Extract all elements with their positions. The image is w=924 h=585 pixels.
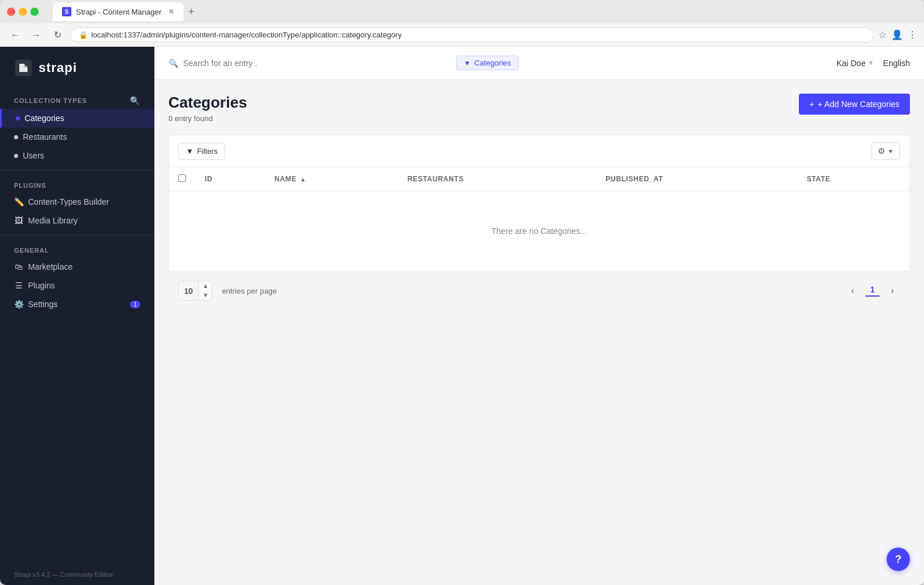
reload-btn[interactable]: ↻ <box>49 27 65 43</box>
filter-btn-icon: ▼ <box>186 147 194 156</box>
restaurants-dot <box>14 135 18 139</box>
collection-types-search-icon[interactable]: 🔍 <box>130 96 140 105</box>
page-header: Categories 0 entry found + + Add New Cat… <box>168 94 910 123</box>
strapi-logo-icon <box>14 58 33 77</box>
topbar-right: Kai Doe ▼ English <box>836 58 910 68</box>
current-page: 1 <box>866 285 880 297</box>
menu-icon[interactable]: ⋮ <box>908 29 917 40</box>
filter-label: Categories <box>474 58 511 67</box>
col-restaurants[interactable]: Restaurants <box>398 167 597 191</box>
user-profile-icon[interactable]: 👤 <box>891 29 903 40</box>
sidebar-item-marketplace[interactable]: 🛍 Marketplace <box>0 257 154 276</box>
image-icon: 🖼 <box>14 216 23 225</box>
sidebar-item-label: Marketplace <box>28 262 73 271</box>
page-title: Categories <box>168 94 247 112</box>
browser-toolbar-icons: ☆ 👤 ⋮ <box>878 29 917 40</box>
sidebar-item-plugins[interactable]: ☰ Plugins <box>0 276 154 295</box>
address-bar[interactable]: 🔒 localhost:1337/admin/plugins/content-m… <box>70 27 874 42</box>
sidebar-item-categories[interactable]: Categories <box>0 109 154 128</box>
user-dropdown[interactable]: Kai Doe ▼ <box>836 58 874 68</box>
select-all-checkbox[interactable] <box>178 174 186 182</box>
collection-types-section-title: COLLECTION TYPES 🔍 <box>0 89 154 109</box>
search-input[interactable] <box>183 58 449 68</box>
close-window-btn[interactable] <box>7 8 15 16</box>
app-container: strapi COLLECTION TYPES 🔍 Categories Res… <box>0 47 924 585</box>
sidebar-item-media-library[interactable]: 🖼 Media Library <box>0 211 154 230</box>
user-name: Kai Doe <box>836 58 866 68</box>
browser-toolbar: ← → ↻ 🔒 localhost:1337/admin/plugins/con… <box>0 23 924 47</box>
empty-state-row: There are no Categories... <box>169 191 909 271</box>
per-page-label: entries per page <box>222 287 277 295</box>
table-settings-button[interactable]: ⚙ ▼ <box>871 142 900 160</box>
sidebar-divider-2 <box>0 235 154 235</box>
table-header: Id Name ▲ Restaurants Publ <box>169 167 909 191</box>
pencil-icon: ✏️ <box>14 197 23 207</box>
name-sort-icon: ▲ <box>300 176 306 183</box>
sidebar-item-settings[interactable]: ⚙️ Settings 1 <box>0 295 154 314</box>
main-content: 🔍 ▼ Categories Kai Doe ▼ English <box>154 47 924 585</box>
sidebar: strapi COLLECTION TYPES 🔍 Categories Res… <box>0 47 154 585</box>
col-id[interactable]: Id <box>195 167 265 191</box>
sidebar-logo: strapi <box>0 47 154 89</box>
search-icon: 🔍 <box>168 58 178 68</box>
help-icon: ? <box>895 553 902 566</box>
col-name[interactable]: Name ▲ <box>265 167 398 191</box>
sidebar-item-restaurants[interactable]: Restaurants <box>0 128 154 146</box>
pagination-area: 10 ▲ ▼ entries per page ‹ 1 › <box>168 271 910 310</box>
tab-favicon: S <box>62 7 71 16</box>
minimize-window-btn[interactable] <box>19 8 27 16</box>
filter-badge[interactable]: ▼ Categories <box>456 56 519 70</box>
sidebar-item-label: Media Library <box>28 216 78 225</box>
col-published-at[interactable]: Published_at <box>597 167 798 191</box>
window-controls <box>7 8 39 16</box>
per-page-value: 10 <box>178 283 198 299</box>
entry-count: 0 entry found <box>168 114 247 123</box>
prev-page-btn[interactable]: ‹ <box>844 283 861 299</box>
tab-close-btn[interactable]: ✕ <box>168 8 174 16</box>
language-selector[interactable]: English <box>883 58 910 68</box>
sidebar-item-label: Plugins <box>28 281 55 290</box>
forward-btn[interactable]: → <box>28 27 44 43</box>
per-page-select[interactable]: 10 ▲ ▼ <box>178 281 212 301</box>
add-new-categories-button[interactable]: + + Add New Categories <box>799 94 910 115</box>
table-body: There are no Categories... <box>169 191 909 271</box>
new-tab-btn[interactable]: + <box>188 6 195 18</box>
search-container: 🔍 <box>168 58 449 68</box>
sidebar-divider-1 <box>0 170 154 170</box>
per-page-decrement[interactable]: ▼ <box>199 291 212 300</box>
next-page-btn[interactable]: › <box>884 283 901 299</box>
active-tab[interactable]: S Strapi - Content Manager ✕ <box>53 2 184 21</box>
filters-button[interactable]: ▼ Filters <box>178 143 225 160</box>
data-table: Id Name ▲ Restaurants Publ <box>169 167 909 271</box>
col-state[interactable]: State <box>797 167 909 191</box>
general-section-title: GENERAL <box>0 240 154 257</box>
logo-text: strapi <box>39 60 77 75</box>
add-icon: + <box>809 99 814 109</box>
chevron-down-icon: ▼ <box>868 60 874 66</box>
sidebar-item-label: Restaurants <box>23 132 67 142</box>
help-button[interactable]: ? <box>887 548 910 571</box>
sidebar-item-users[interactable]: Users <box>0 146 154 165</box>
page-title-group: Categories 0 entry found <box>168 94 247 123</box>
shop-icon: 🛍 <box>14 262 23 271</box>
filters-label: Filters <box>197 147 218 156</box>
sidebar-item-label: Content-Types Builder <box>28 197 109 207</box>
settings-icon: ⚙ <box>878 146 885 156</box>
select-all-col <box>169 167 195 191</box>
settings-dropdown-icon: ▼ <box>888 148 894 154</box>
url-text: localhost:1337/admin/plugins/content-man… <box>91 30 402 39</box>
tab-title: Strapi - Content Manager <box>76 8 161 16</box>
back-btn[interactable]: ← <box>7 27 23 43</box>
table-container: ▼ Filters ⚙ ▼ <box>168 135 910 271</box>
browser-titlebar: S Strapi - Content Manager ✕ + <box>0 0 924 23</box>
filter-icon: ▼ <box>464 59 471 67</box>
sidebar-item-content-types-builder[interactable]: ✏️ Content-Types Builder <box>0 192 154 211</box>
bookmark-icon[interactable]: ☆ <box>878 29 887 40</box>
per-page-arrows: ▲ ▼ <box>198 281 212 300</box>
maximize-window-btn[interactable] <box>30 8 39 16</box>
plugins-section-title: PLUGINS <box>0 175 154 192</box>
table-settings: ⚙ ▼ <box>871 142 900 160</box>
per-page-increment[interactable]: ▲ <box>199 281 212 291</box>
add-button-label: + Add New Categories <box>818 99 899 109</box>
list-icon: ☰ <box>14 281 23 290</box>
